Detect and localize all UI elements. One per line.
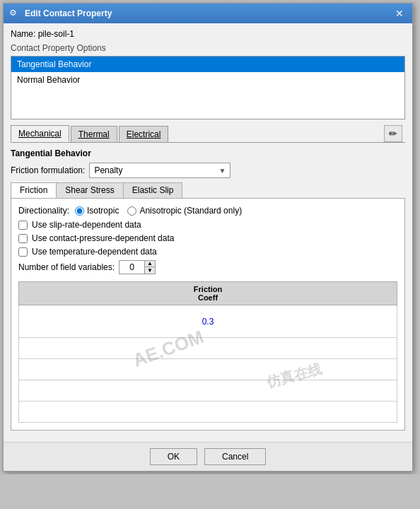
- field-vars-spinner[interactable]: 0 ▲ ▼: [119, 260, 156, 274]
- close-button[interactable]: ✕: [392, 6, 407, 21]
- radio-isotropic-input[interactable]: [75, 206, 84, 216]
- tab-mechanical-label: Mechanical: [18, 129, 62, 139]
- inner-tab-friction[interactable]: Friction: [11, 183, 57, 198]
- friction-formulation-dropdown[interactable]: Penalty ▼: [89, 163, 231, 178]
- dialog-content: Name: pile-soil-1 Contact Property Optio…: [4, 23, 412, 436]
- radio-anisotropic[interactable]: Anisotropic (Standard only): [127, 206, 242, 216]
- field-vars-input[interactable]: 0: [119, 260, 144, 274]
- table-row-empty-2: [19, 359, 397, 380]
- ok-button[interactable]: OK: [150, 448, 197, 465]
- tab-thermal[interactable]: Thermal: [71, 126, 117, 142]
- inner-tab-shear-stress[interactable]: Shear Stress: [57, 183, 123, 198]
- spinner-buttons: ▲ ▼: [144, 260, 156, 274]
- tab-thermal-label: Thermal: [78, 129, 110, 139]
- directionality-label: Directionality:: [18, 206, 69, 216]
- table-row: 0.3: [19, 305, 397, 338]
- list-item-tangential[interactable]: Tangential Behavior: [11, 57, 404, 72]
- checkbox-slip-rate-row: Use slip-rate-dependent data: [18, 220, 397, 230]
- tab-mechanical[interactable]: Mechanical: [11, 125, 69, 142]
- title-bar: ⚙ Edit Contact Property ✕: [4, 4, 412, 23]
- table-row-empty-1: [19, 338, 397, 359]
- friction-formulation-value: Penalty: [94, 165, 122, 175]
- section-title: Tangential Behavior: [11, 148, 405, 158]
- dialog-title: Edit Contact Property: [25, 8, 112, 18]
- inner-tab-elastic-slip[interactable]: Elastic Slip: [124, 183, 182, 198]
- main-tabs-left: Mechanical Thermal Electrical: [11, 125, 170, 142]
- checkbox-contact-pressure-row: Use contact-pressure-dependent data: [18, 233, 397, 243]
- checkbox-contact-pressure-label: Use contact-pressure-dependent data: [32, 233, 174, 243]
- radio-anisotropic-input[interactable]: [127, 206, 136, 216]
- dialog-icon: ⚙: [9, 8, 21, 19]
- cancel-button[interactable]: Cancel: [204, 448, 266, 465]
- directionality-row: Directionality: Isotropic Anisotropic (S…: [18, 206, 397, 216]
- table-row-empty-3: [19, 380, 397, 402]
- title-bar-left: ⚙ Edit Contact Property: [9, 8, 112, 19]
- name-value: pile-soil-1: [38, 29, 74, 39]
- edit-contact-property-dialog: ⚙ Edit Contact Property ✕ Name: pile-soi…: [3, 3, 413, 472]
- inner-tab-content: Directionality: Isotropic Anisotropic (S…: [11, 198, 405, 431]
- inner-tabs-container: Friction Shear Stress Elastic Slip Direc…: [11, 182, 405, 431]
- checkbox-temperature[interactable]: [18, 247, 28, 257]
- radio-isotropic[interactable]: Isotropic: [75, 206, 119, 216]
- radio-isotropic-label: Isotropic: [87, 206, 119, 216]
- directionality-group: Isotropic Anisotropic (Standard only): [75, 206, 242, 216]
- friction-data-table: FrictionCoeff 0.3: [18, 281, 397, 423]
- checkbox-temperature-label: Use temperature-dependent data: [32, 247, 157, 257]
- checkbox-contact-pressure[interactable]: [18, 234, 28, 243]
- name-label: Name:: [11, 29, 35, 39]
- name-row: Name: pile-soil-1: [11, 29, 405, 39]
- edit-pencil-button[interactable]: ✏: [384, 125, 402, 142]
- spinner-up-button[interactable]: ▲: [145, 261, 155, 267]
- spinner-down-button[interactable]: ▼: [145, 267, 155, 274]
- tab-electrical-label: Electrical: [127, 129, 161, 139]
- table-row-empty-4: [19, 402, 397, 423]
- field-vars-row: Number of field variables: 0 ▲ ▼: [18, 260, 397, 274]
- radio-anisotropic-label: Anisotropic (Standard only): [139, 206, 242, 216]
- table-header-friction-coeff: FrictionCoeff: [19, 282, 397, 305]
- checkbox-temperature-row: Use temperature-dependent data: [18, 247, 397, 257]
- dropdown-arrow-icon: ▼: [218, 167, 226, 175]
- table-cell-value[interactable]: 0.3: [19, 305, 397, 338]
- field-vars-label: Number of field variables:: [18, 262, 115, 272]
- main-tabs-bar: Mechanical Thermal Electrical ✏: [11, 125, 405, 143]
- contact-options-label: Contact Property Options: [11, 43, 405, 53]
- inner-tabs-row: Friction Shear Stress Elastic Slip: [11, 182, 182, 198]
- tab-electrical[interactable]: Electrical: [119, 126, 169, 142]
- friction-formulation-row: Friction formulation: Penalty ▼: [11, 163, 405, 178]
- data-table-wrapper: FrictionCoeff 0.3: [18, 280, 397, 423]
- checkbox-slip-rate-label: Use slip-rate-dependent data: [32, 220, 141, 230]
- checkbox-slip-rate[interactable]: [18, 221, 28, 230]
- friction-formulation-label: Friction formulation:: [11, 165, 85, 175]
- contact-options-list[interactable]: Tangential Behavior Normal Behavior: [11, 56, 405, 119]
- list-item-normal[interactable]: Normal Behavior: [11, 72, 404, 88]
- bottom-button-bar: OK Cancel: [4, 442, 412, 471]
